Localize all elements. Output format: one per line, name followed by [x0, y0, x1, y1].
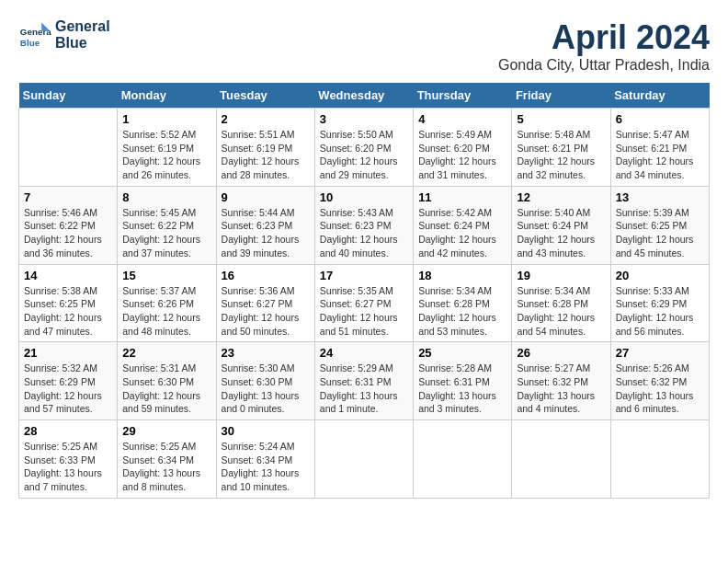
day-info: Sunrise: 5:34 AM Sunset: 6:28 PM Dayligh…	[517, 284, 605, 339]
day-info: Sunrise: 5:27 AM Sunset: 6:32 PM Dayligh…	[517, 362, 605, 416]
calendar-cell: 1Sunrise: 5:52 AM Sunset: 6:19 PM Daylig…	[118, 109, 216, 187]
day-info: Sunrise: 5:26 AM Sunset: 6:32 PM Dayligh…	[616, 362, 704, 416]
calendar-week-row: 21Sunrise: 5:32 AM Sunset: 6:29 PM Dayli…	[19, 342, 710, 420]
weekday-header: Sunday	[19, 83, 118, 109]
day-number: 9	[222, 190, 310, 204]
day-info: Sunrise: 5:48 AM Sunset: 6:21 PM Dayligh…	[517, 128, 605, 182]
calendar-cell: 20Sunrise: 5:33 AM Sunset: 6:29 PM Dayli…	[610, 264, 709, 342]
calendar-cell: 12Sunrise: 5:40 AM Sunset: 6:24 PM Dayli…	[512, 186, 610, 264]
day-info: Sunrise: 5:50 AM Sunset: 6:20 PM Dayligh…	[320, 128, 408, 182]
day-info: Sunrise: 5:35 AM Sunset: 6:27 PM Dayligh…	[320, 284, 408, 339]
day-info: Sunrise: 5:25 AM Sunset: 6:34 PM Dayligh…	[122, 440, 210, 494]
calendar-cell: 30Sunrise: 5:24 AM Sunset: 6:34 PM Dayli…	[216, 420, 314, 499]
day-number: 5	[517, 112, 605, 126]
day-number: 25	[418, 346, 506, 360]
day-info: Sunrise: 5:25 AM Sunset: 6:33 PM Dayligh…	[24, 440, 112, 494]
day-info: Sunrise: 5:33 AM Sunset: 6:29 PM Dayligh…	[616, 284, 704, 339]
calendar-cell: 10Sunrise: 5:43 AM Sunset: 6:23 PM Dayli…	[314, 186, 413, 264]
calendar-cell: 11Sunrise: 5:42 AM Sunset: 6:24 PM Dayli…	[414, 186, 512, 264]
calendar-cell: 14Sunrise: 5:38 AM Sunset: 6:25 PM Dayli…	[19, 264, 118, 342]
calendar-cell: 9Sunrise: 5:44 AM Sunset: 6:23 PM Daylig…	[216, 186, 314, 264]
calendar-week-row: 1Sunrise: 5:52 AM Sunset: 6:19 PM Daylig…	[19, 109, 710, 187]
day-info: Sunrise: 5:43 AM Sunset: 6:23 PM Dayligh…	[320, 206, 408, 260]
weekday-header: Monday	[118, 83, 216, 109]
day-number: 26	[517, 346, 605, 360]
weekday-header: Thursday	[414, 83, 512, 109]
day-info: Sunrise: 5:28 AM Sunset: 6:31 PM Dayligh…	[418, 362, 506, 416]
day-info: Sunrise: 5:31 AM Sunset: 6:30 PM Dayligh…	[122, 362, 210, 416]
day-number: 7	[24, 190, 112, 204]
calendar-cell: 16Sunrise: 5:36 AM Sunset: 6:27 PM Dayli…	[216, 264, 314, 342]
calendar-cell: 28Sunrise: 5:25 AM Sunset: 6:33 PM Dayli…	[19, 420, 118, 499]
day-number: 28	[24, 424, 112, 438]
day-info: Sunrise: 5:44 AM Sunset: 6:23 PM Dayligh…	[222, 206, 310, 260]
calendar-cell: 18Sunrise: 5:34 AM Sunset: 6:28 PM Dayli…	[414, 264, 512, 342]
day-info: Sunrise: 5:42 AM Sunset: 6:24 PM Dayligh…	[418, 206, 506, 260]
calendar-cell: 2Sunrise: 5:51 AM Sunset: 6:19 PM Daylig…	[216, 109, 314, 187]
calendar-week-row: 7Sunrise: 5:46 AM Sunset: 6:22 PM Daylig…	[19, 186, 710, 264]
weekday-header: Friday	[512, 83, 610, 109]
day-number: 6	[616, 112, 704, 126]
calendar-cell	[512, 420, 610, 499]
day-number: 17	[320, 269, 408, 282]
calendar-cell: 3Sunrise: 5:50 AM Sunset: 6:20 PM Daylig…	[314, 109, 413, 187]
day-info: Sunrise: 5:46 AM Sunset: 6:22 PM Dayligh…	[24, 206, 112, 260]
calendar-week-row: 28Sunrise: 5:25 AM Sunset: 6:33 PM Dayli…	[19, 420, 710, 499]
day-number: 13	[616, 190, 704, 204]
day-info: Sunrise: 5:34 AM Sunset: 6:28 PM Dayligh…	[418, 284, 506, 339]
calendar-cell: 21Sunrise: 5:32 AM Sunset: 6:29 PM Dayli…	[19, 342, 118, 420]
day-number: 2	[222, 112, 310, 126]
calendar-cell: 22Sunrise: 5:31 AM Sunset: 6:30 PM Dayli…	[118, 342, 216, 420]
title-block: April 2024 Gonda City, Uttar Pradesh, In…	[498, 18, 710, 74]
day-info: Sunrise: 5:32 AM Sunset: 6:29 PM Dayligh…	[24, 362, 112, 416]
day-number: 3	[320, 112, 408, 126]
calendar-cell: 23Sunrise: 5:30 AM Sunset: 6:30 PM Dayli…	[216, 342, 314, 420]
day-info: Sunrise: 5:40 AM Sunset: 6:24 PM Dayligh…	[517, 206, 605, 260]
day-number: 12	[517, 190, 605, 204]
calendar-cell: 5Sunrise: 5:48 AM Sunset: 6:21 PM Daylig…	[512, 109, 610, 187]
calendar-cell	[314, 420, 413, 499]
day-number: 14	[24, 269, 112, 282]
day-info: Sunrise: 5:39 AM Sunset: 6:25 PM Dayligh…	[616, 206, 704, 260]
day-number: 18	[418, 269, 506, 282]
day-number: 11	[418, 190, 506, 204]
day-info: Sunrise: 5:37 AM Sunset: 6:26 PM Dayligh…	[122, 284, 210, 339]
day-number: 27	[616, 346, 704, 360]
calendar-week-row: 14Sunrise: 5:38 AM Sunset: 6:25 PM Dayli…	[19, 264, 710, 342]
calendar-cell: 17Sunrise: 5:35 AM Sunset: 6:27 PM Dayli…	[314, 264, 413, 342]
day-number: 24	[320, 346, 408, 360]
day-info: Sunrise: 5:52 AM Sunset: 6:19 PM Dayligh…	[122, 128, 210, 182]
calendar-cell	[610, 420, 709, 499]
calendar-cell	[414, 420, 512, 499]
calendar-header-row: SundayMondayTuesdayWednesdayThursdayFrid…	[19, 83, 710, 109]
day-number: 30	[222, 424, 310, 438]
calendar-table: SundayMondayTuesdayWednesdayThursdayFrid…	[18, 83, 710, 499]
logo: General Blue GeneralBlue	[18, 18, 110, 52]
location-subtitle: Gonda City, Uttar Pradesh, India	[498, 57, 710, 74]
day-number: 20	[616, 269, 704, 282]
calendar-cell: 25Sunrise: 5:28 AM Sunset: 6:31 PM Dayli…	[414, 342, 512, 420]
calendar-cell: 27Sunrise: 5:26 AM Sunset: 6:32 PM Dayli…	[610, 342, 709, 420]
day-info: Sunrise: 5:36 AM Sunset: 6:27 PM Dayligh…	[222, 284, 310, 339]
day-number: 1	[122, 112, 210, 126]
svg-text:Blue: Blue	[20, 38, 40, 48]
calendar-cell: 8Sunrise: 5:45 AM Sunset: 6:22 PM Daylig…	[118, 186, 216, 264]
day-number: 15	[122, 269, 210, 282]
calendar-cell: 7Sunrise: 5:46 AM Sunset: 6:22 PM Daylig…	[19, 186, 118, 264]
calendar-cell: 15Sunrise: 5:37 AM Sunset: 6:26 PM Dayli…	[118, 264, 216, 342]
day-number: 19	[517, 269, 605, 282]
day-number: 10	[320, 190, 408, 204]
calendar-cell	[19, 109, 118, 187]
calendar-cell: 24Sunrise: 5:29 AM Sunset: 6:31 PM Dayli…	[314, 342, 413, 420]
month-year-title: April 2024	[498, 18, 710, 57]
calendar-cell: 13Sunrise: 5:39 AM Sunset: 6:25 PM Dayli…	[610, 186, 709, 264]
calendar-cell: 29Sunrise: 5:25 AM Sunset: 6:34 PM Dayli…	[118, 420, 216, 499]
day-number: 22	[122, 346, 210, 360]
logo-text: GeneralBlue	[55, 18, 110, 52]
day-info: Sunrise: 5:45 AM Sunset: 6:22 PM Dayligh…	[122, 206, 210, 260]
weekday-header: Saturday	[610, 83, 709, 109]
weekday-header: Wednesday	[314, 83, 413, 109]
calendar-cell: 6Sunrise: 5:47 AM Sunset: 6:21 PM Daylig…	[610, 109, 709, 187]
day-info: Sunrise: 5:29 AM Sunset: 6:31 PM Dayligh…	[320, 362, 408, 416]
weekday-header: Tuesday	[216, 83, 314, 109]
